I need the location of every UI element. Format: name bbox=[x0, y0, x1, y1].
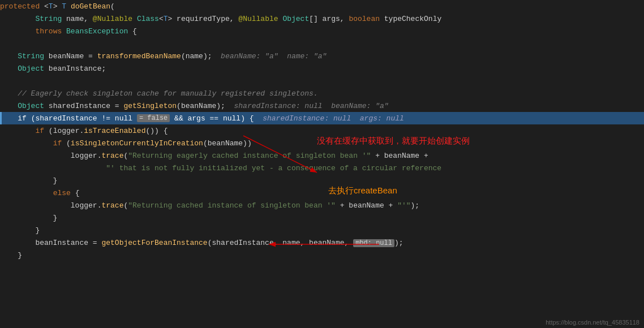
code-line-1: protected <T> T doGetBean( bbox=[0, 0, 644, 12]
code-line-5: String beanName = transformedBeanName(na… bbox=[0, 50, 644, 62]
code-line-21: } bbox=[0, 249, 644, 261]
code-line-15: } bbox=[0, 174, 644, 187]
code-line-20: beanInstance = getObjectForBeanInstance(… bbox=[0, 236, 644, 249]
watermark: https://blog.csdn.net/tq_45835118 bbox=[546, 319, 639, 326]
code-line-11: if (logger.isTraceEnabled()) { bbox=[0, 124, 644, 137]
code-line-13: logger.trace("Returning eagerly cached i… bbox=[0, 149, 644, 162]
code-line-18: } bbox=[0, 212, 644, 224]
code-line-10-highlighted: if (sharedInstance != null = false && ar… bbox=[0, 112, 644, 124]
code-line-3: throws BeansException { bbox=[0, 25, 644, 37]
keyword-protected: protected bbox=[0, 2, 40, 11]
label-no-cache: 没有在缓存中获取到，就要开始创建实例 bbox=[317, 136, 470, 146]
code-line-2: String name, @Nullable Class<T> required… bbox=[0, 12, 644, 25]
code-line-6: Object beanInstance; bbox=[0, 62, 644, 75]
code-editor: protected <T> T doGetBean( String name, … bbox=[0, 0, 644, 328]
code-line-9: Object sharedInstance = getSingleton(bea… bbox=[0, 100, 644, 112]
code-line-7 bbox=[0, 75, 644, 87]
code-line-4 bbox=[0, 37, 644, 50]
code-line-19: } bbox=[0, 224, 644, 236]
code-line-17: logger.trace("Returning cached instance … bbox=[0, 199, 644, 212]
code-line-16: else { 去执行createBean bbox=[0, 187, 644, 199]
label-create-bean: 去执行createBean bbox=[328, 185, 397, 196]
code-line-12: if (isSingletonCurrentlyInCreation(beanN… bbox=[0, 137, 644, 149]
code-line-8: // Eagerly check singleton cache for man… bbox=[0, 87, 644, 100]
code-line-14: "' that is not fully initialized yet - a… bbox=[0, 162, 644, 174]
